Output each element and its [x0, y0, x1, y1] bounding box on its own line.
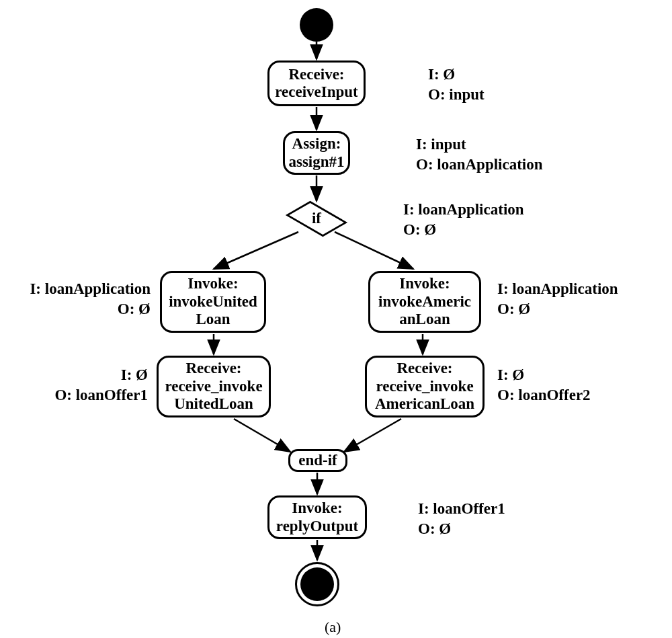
io-label: I: loanOffer1 O: Ø — [418, 499, 505, 539]
node-label: Invoke: — [187, 275, 238, 292]
receive-input-node: Receive: receiveInput — [267, 61, 366, 106]
reply-output-node: Invoke: replyOutput — [267, 495, 367, 539]
node-label: receive_invoke — [165, 378, 262, 395]
io-label: I: input O: loanApplication — [416, 134, 543, 175]
node-label: receive_invoke — [376, 378, 473, 395]
invoke-united-node: Invoke: invokeUnited Loan — [160, 271, 266, 333]
node-label: replyOutput — [276, 518, 358, 535]
node-label: end-if — [298, 452, 337, 469]
node-label: Receive: — [397, 360, 453, 377]
node-label: invokeUnited — [169, 293, 257, 311]
if-node: if — [290, 202, 343, 235]
node-label: invokeAmeric — [378, 293, 471, 311]
node-label: assign#1 — [288, 153, 344, 171]
io-label: I: Ø O: loanOffer2 — [497, 365, 591, 405]
node-label: anLoan — [399, 311, 450, 328]
node-label: Invoke: — [292, 500, 342, 517]
activity-diagram: Receive: receiveInput I: Ø O: input Assi… — [0, 0, 672, 638]
end-node — [300, 567, 334, 601]
receive-american-node: Receive: receive_invoke AmericanLoan — [365, 356, 485, 417]
svg-line-9 — [344, 419, 401, 452]
io-label: I: Ø O: input — [428, 65, 485, 105]
io-label: I: Ø O: loanOffer1 — [40, 365, 148, 405]
node-label: Invoke: — [399, 275, 450, 292]
node-label: receiveInput — [275, 83, 358, 101]
node-label: Receive: — [289, 66, 345, 83]
node-label: UnitedLoan — [174, 395, 253, 413]
receive-united-node: Receive: receive_invoke UnitedLoan — [157, 356, 271, 417]
svg-line-5 — [335, 232, 413, 269]
end-if-node: end-if — [288, 449, 347, 472]
node-label: Receive: — [186, 360, 242, 377]
assign-node: Assign: assign#1 — [283, 131, 350, 175]
invoke-american-node: Invoke: invokeAmeric anLoan — [368, 271, 481, 333]
svg-line-4 — [214, 232, 298, 269]
node-label: if — [312, 210, 321, 227]
node-label: Loan — [196, 311, 230, 328]
start-node — [300, 8, 333, 42]
node-label: AmericanLoan — [375, 395, 474, 413]
caption: (a) — [325, 619, 341, 636]
io-label: I: loanApplication O: Ø — [23, 279, 151, 319]
svg-line-8 — [234, 419, 290, 452]
node-label: Assign: — [292, 135, 341, 153]
io-label: I: loanApplication O: Ø — [403, 200, 524, 240]
io-label: I: loanApplication O: Ø — [497, 279, 618, 319]
